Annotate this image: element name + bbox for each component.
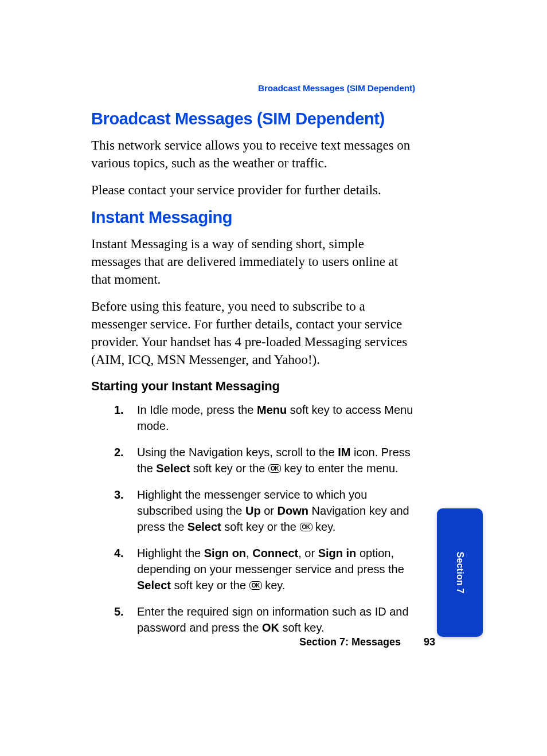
- ok-key-icon: OK: [249, 581, 262, 590]
- step-number: 1.: [114, 402, 124, 418]
- bold: Select: [137, 579, 171, 592]
- bold: OK: [262, 621, 279, 634]
- heading-broadcast: Broadcast Messages (SIM Dependent): [91, 109, 415, 128]
- steps-list: 1. In Idle mode, press the Menu soft key…: [91, 402, 415, 636]
- step-text: soft key or the: [190, 462, 268, 475]
- running-header: Broadcast Messages (SIM Dependent): [91, 83, 415, 93]
- subheading-starting-im: Starting your Instant Messaging: [91, 379, 415, 394]
- page-content: Broadcast Messages (SIM Dependent) Broad…: [91, 83, 415, 646]
- step-text: soft key.: [279, 621, 325, 634]
- step-1: 1. In Idle mode, press the Menu soft key…: [91, 402, 415, 434]
- step-5: 5. Enter the required sign on informatio…: [91, 604, 415, 636]
- bold: Up: [245, 504, 261, 517]
- broadcast-paragraph-2: Please contact your service provider for…: [91, 181, 415, 199]
- step-text: or: [261, 504, 278, 517]
- step-text: key to enter the menu.: [281, 462, 398, 475]
- step-text: key.: [262, 579, 286, 592]
- bold: Down: [278, 504, 308, 517]
- step-number: 4.: [114, 545, 124, 561]
- step-text: , or: [298, 547, 318, 559]
- ok-key-icon: OK: [268, 464, 281, 473]
- step-2: 2. Using the Navigation keys, scroll to …: [91, 444, 415, 476]
- step-text: Highlight the: [137, 547, 204, 559]
- heading-instant-messaging: Instant Messaging: [91, 208, 415, 227]
- step-text: ,: [246, 547, 252, 559]
- step-number: 5.: [114, 604, 124, 620]
- step-3: 3. Highlight the messenger service to wh…: [91, 487, 415, 535]
- footer-page-number: 93: [424, 636, 435, 648]
- step-text: soft key or the: [171, 579, 249, 592]
- step-4: 4. Highlight the Sign on, Connect, or Si…: [91, 545, 415, 593]
- broadcast-paragraph-1: This network service allows you to recei…: [91, 136, 415, 172]
- step-text: soft key or the: [221, 520, 300, 533]
- section-tab-label: Section 7: [455, 552, 465, 594]
- step-number: 3.: [114, 487, 124, 503]
- im-paragraph-2: Before using this feature, you need to s…: [91, 297, 415, 369]
- step-number: 2.: [114, 444, 124, 460]
- bold: Menu: [257, 404, 287, 416]
- step-text: key.: [312, 520, 336, 533]
- im-paragraph-1: Instant Messaging is a way of sending sh…: [91, 235, 415, 288]
- section-tab: Section 7: [437, 508, 483, 637]
- bold: Sign in: [318, 547, 357, 559]
- bold: Sign on: [204, 547, 246, 559]
- bold: Select: [187, 520, 221, 533]
- step-text: In Idle mode, press the: [137, 404, 257, 416]
- footer-section-title: Section 7: Messages: [299, 636, 401, 648]
- page-footer: Section 7: Messages93: [91, 636, 435, 648]
- step-text: Using the Navigation keys, scroll to the: [137, 446, 338, 459]
- bold: Connect: [252, 547, 298, 559]
- bold: IM: [338, 446, 350, 459]
- ok-key-icon: OK: [300, 523, 312, 531]
- bold: Select: [156, 462, 190, 475]
